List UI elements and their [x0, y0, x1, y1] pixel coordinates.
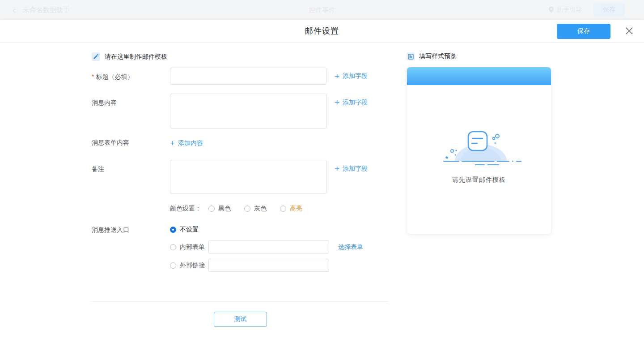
push-entry-section: 消息推送入口 不设置 内部表单 选择表单	[92, 225, 388, 272]
required-mark: *	[92, 73, 94, 80]
test-button[interactable]: 测试	[214, 312, 267, 327]
location-pin-icon	[548, 6, 554, 13]
radio-color-highlight[interactable]: 高亮	[280, 205, 302, 213]
plus-icon: +	[170, 139, 175, 147]
radio-circle	[208, 206, 215, 212]
pencil-icon	[92, 52, 100, 61]
radio-circle	[244, 206, 250, 212]
radio-circle	[280, 206, 286, 212]
preview-card-header	[407, 67, 551, 85]
add-field-link-remark[interactable]: + 添加字段	[335, 160, 368, 173]
content-textarea[interactable]	[170, 94, 326, 129]
color-setting-row: 颜色设置： 黑色 灰色 高亮	[92, 205, 388, 213]
preview-card: 请先设置邮件模板	[407, 67, 551, 235]
form-note: 请在这里制作邮件模板	[92, 52, 388, 61]
radio-circle-checked	[170, 227, 176, 233]
radio-color-gray[interactable]: 灰色	[244, 205, 267, 213]
close-button[interactable]	[624, 26, 634, 36]
internal-form-input[interactable]	[208, 240, 329, 253]
choose-form-link[interactable]: 选择表单	[338, 243, 363, 251]
guide-link: 新手引导	[548, 6, 582, 14]
add-content-link[interactable]: + 添加内容	[170, 138, 203, 147]
remark-field-label: 备注	[92, 160, 170, 194]
content-field-label: 消息内容	[92, 94, 170, 129]
modal-title: 邮件设置	[305, 26, 339, 36]
close-icon	[625, 26, 634, 35]
plus-icon: +	[335, 98, 339, 107]
email-template-form: 请在这里制作邮件模板 *标题（必填） + 添加字段 消息内容 + 添加	[92, 43, 388, 327]
form-content-label: 消息表单内容	[92, 139, 170, 147]
modal-header: 邮件设置 保存	[0, 20, 644, 43]
radio-push-internal-form[interactable]: 内部表单	[170, 243, 208, 251]
radio-color-black[interactable]: 黑色	[208, 205, 231, 213]
remark-textarea[interactable]	[170, 160, 326, 194]
add-field-link-content[interactable]: + 添加字段	[335, 94, 368, 107]
topbar-save-button: 保存	[593, 3, 625, 17]
color-setting-label: 颜色设置：	[170, 205, 201, 213]
content-field-row: 消息内容 + 添加字段	[92, 94, 388, 129]
document-icon	[407, 52, 415, 60]
title-field-label: *标题（必填）	[92, 68, 170, 85]
guide-label: 新手引导	[557, 6, 582, 14]
title-input[interactable]	[170, 68, 326, 85]
preview-empty-text: 请先设置邮件模板	[407, 176, 551, 184]
plus-icon: +	[335, 72, 339, 81]
plus-icon: +	[335, 164, 339, 173]
email-settings-modal: 邮件设置 保存 请在这里制作邮件模板	[0, 20, 644, 339]
radio-circle	[170, 244, 176, 250]
topbar-tab-events: 控件事件	[0, 6, 644, 14]
app-topbar: ‹ 未命名数据助手 控件事件 新手引导 保存	[0, 0, 644, 20]
form-divider	[92, 301, 388, 302]
radio-circle	[170, 262, 176, 269]
preview-panel: 填写样式预览	[407, 43, 551, 235]
save-button[interactable]: 保存	[557, 24, 610, 39]
preview-header: 填写样式预览	[407, 52, 551, 60]
empty-state-illustration	[425, 130, 533, 166]
radio-push-external-link[interactable]: 外部链接	[170, 262, 208, 270]
add-field-link-title[interactable]: + 添加字段	[335, 68, 368, 85]
external-link-input[interactable]	[208, 259, 329, 272]
radio-push-none[interactable]: 不设置	[170, 226, 199, 234]
preview-header-text: 填写样式预览	[419, 52, 457, 60]
form-note-text: 请在这里制作邮件模板	[105, 53, 167, 61]
title-field-row: *标题（必填） + 添加字段	[92, 68, 388, 85]
push-entry-label: 消息推送入口	[92, 225, 170, 272]
remark-field-row: 备注 + 添加字段	[92, 160, 388, 194]
form-content-row: 消息表单内容 + 添加内容	[92, 138, 388, 147]
